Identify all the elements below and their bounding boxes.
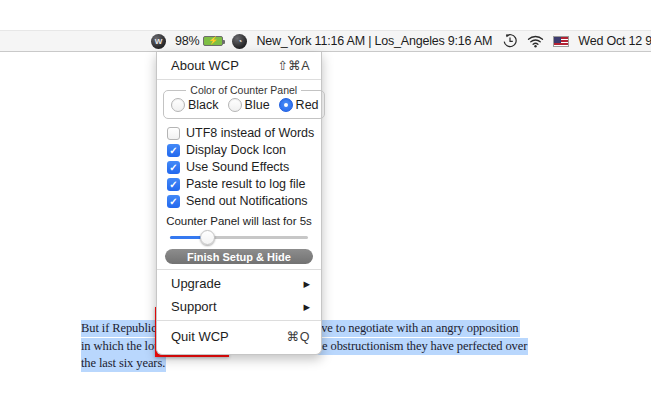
about-wcp-label: About WCP <box>171 58 239 73</box>
menu-separator <box>157 79 321 80</box>
radio-red-icon[interactable] <box>279 98 293 112</box>
clock-app-icon: ◔ <box>232 34 247 49</box>
menu-item-upgrade[interactable]: Upgrade ▶ <box>157 272 321 295</box>
wcp-dropdown-menu: About WCP ⇧⌘A Color of Counter Panel Bla… <box>156 52 322 355</box>
upgrade-label: Upgrade <box>171 276 221 291</box>
menu-separator <box>157 320 321 321</box>
radio-option-blue[interactable]: Blue <box>228 98 270 112</box>
checkbox-utf8-label: UTF8 instead of Words <box>186 126 314 140</box>
checkbox-row-notifications[interactable]: ✓ Send out Notifications <box>167 194 321 208</box>
checkbox-row-sound[interactable]: ✓ Use Sound Effects <box>167 160 321 174</box>
checkbox-paste-log-label: Paste result to log file <box>186 177 306 191</box>
wifi-item[interactable] <box>527 34 544 48</box>
clock-menu-item[interactable]: Wed Oct 12 9:16 <box>578 34 651 48</box>
datetime-label: Wed Oct 12 9:16 <box>578 34 651 48</box>
checkbox-sound-label: Use Sound Effects <box>186 160 289 174</box>
duration-slider[interactable] <box>170 230 308 245</box>
checkbox-row-paste-log[interactable]: ✓ Paste result to log file <box>167 177 321 191</box>
menu-separator <box>157 269 321 270</box>
screen: W 98% ⚡ ◔ New_York 11:16 AM | Los_Angele… <box>0 0 651 407</box>
checkbox-row-utf8[interactable]: UTF8 instead of Words <box>167 126 321 140</box>
radio-blue-icon[interactable] <box>228 98 242 112</box>
slider-duration-label: Counter Panel will last for 5s <box>157 215 321 227</box>
radio-red-label: Red <box>296 98 319 112</box>
radio-option-black[interactable]: Black <box>171 98 219 112</box>
time-machine-item[interactable] <box>502 33 518 49</box>
menu-item-support[interactable]: Support ▶ <box>157 295 321 318</box>
finish-setup-hide-button[interactable]: Finish Setup & Hide <box>165 249 313 264</box>
color-group-legend: Color of Counter Panel <box>186 84 301 96</box>
checkbox-paste-log-icon[interactable]: ✓ <box>167 178 180 191</box>
checkbox-row-dock-icon[interactable]: ✓ Display Dock Icon <box>167 143 321 157</box>
world-clock-item[interactable]: New_York 11:16 AM | Los_Angeles 9:16 AM <box>256 34 492 48</box>
radio-option-red[interactable]: Red <box>279 98 319 112</box>
checkbox-utf8-icon[interactable] <box>167 127 180 140</box>
menu-item-quit-wcp[interactable]: Quit WCP ⌘Q <box>157 323 321 350</box>
slider-thumb[interactable] <box>200 230 215 245</box>
quit-wcp-label: Quit WCP <box>171 329 229 344</box>
us-flag-icon <box>553 36 569 47</box>
radio-black-icon[interactable] <box>171 98 185 112</box>
checkbox-notifications-icon[interactable]: ✓ <box>167 195 180 208</box>
wcp-app-icon: W <box>151 34 166 49</box>
battery-percent-label: 98% <box>175 34 199 48</box>
macos-menu-bar: W 98% ⚡ ◔ New_York 11:16 AM | Los_Angele… <box>0 30 651 52</box>
menu-item-about-wcp[interactable]: About WCP ⇧⌘A <box>157 52 321 77</box>
color-of-counter-panel-group: Color of Counter Panel Black Blue Red <box>163 84 325 119</box>
radio-blue-label: Blue <box>245 98 270 112</box>
settings-checkbox-list: UTF8 instead of Words ✓ Display Dock Ico… <box>167 126 321 208</box>
world-clock-label: New_York 11:16 AM | Los_Angeles 9:16 AM <box>256 34 492 48</box>
input-source-item[interactable] <box>553 36 569 47</box>
checkbox-notifications-label: Send out Notifications <box>186 194 308 208</box>
clock-app-item[interactable]: ◔ <box>232 34 247 49</box>
submenu-arrow-icon: ▶ <box>303 279 310 289</box>
checkbox-dock-icon[interactable]: ✓ <box>167 144 180 157</box>
wcp-menu-extra[interactable]: W <box>151 34 166 49</box>
time-machine-icon <box>502 33 518 49</box>
submenu-arrow-icon: ▶ <box>303 302 310 312</box>
battery-status-item[interactable]: 98% ⚡ <box>175 34 223 48</box>
checkbox-dock-label: Display Dock Icon <box>186 143 286 157</box>
wifi-icon <box>527 34 544 48</box>
quit-wcp-shortcut: ⌘Q <box>287 329 310 344</box>
battery-charging-icon: ⚡ <box>203 36 223 46</box>
lightning-bolt-icon: ⚡ <box>209 37 219 45</box>
support-label: Support <box>171 299 217 314</box>
checkbox-sound-icon[interactable]: ✓ <box>167 161 180 174</box>
radio-black-label: Black <box>188 98 219 112</box>
about-wcp-shortcut: ⇧⌘A <box>277 58 310 73</box>
paragraph-line[interactable]: the last six years. <box>81 355 528 373</box>
